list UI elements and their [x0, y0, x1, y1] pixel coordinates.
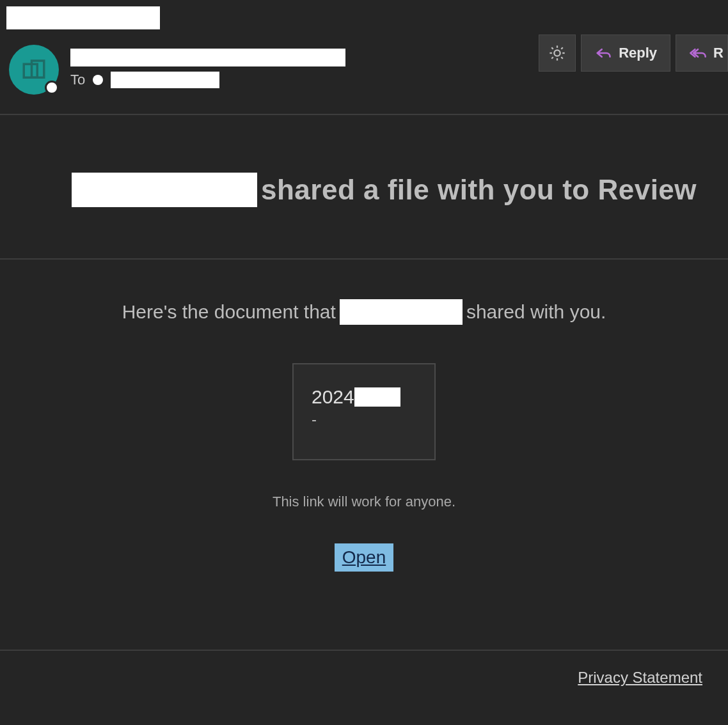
reply-label: Reply: [619, 45, 657, 61]
brightness-button[interactable]: [539, 35, 576, 72]
recipient-redacted: [111, 72, 219, 88]
reply-icon: [594, 44, 612, 62]
svg-line-8: [561, 57, 562, 58]
recipient-presence-icon: [93, 75, 103, 85]
subject-redacted: [6, 6, 160, 29]
svg-line-7: [551, 47, 553, 49]
body-prefix: Here's the document that: [122, 301, 336, 323]
body-section: Here's the document that shared with you…: [0, 260, 728, 610]
action-toolbar: Reply R: [539, 35, 728, 72]
reply-all-button[interactable]: R: [676, 35, 728, 72]
message-header: To: [0, 33, 728, 114]
svg-line-10: [561, 47, 562, 49]
to-line: To: [70, 72, 728, 88]
hero-line: shared a file with you to Review: [26, 173, 702, 207]
open-button[interactable]: Open: [335, 543, 394, 572]
document-name-redacted: [354, 387, 400, 407]
hero-section: shared a file with you to Review: [0, 115, 728, 258]
body-line: Here's the document that shared with you…: [122, 299, 606, 325]
privacy-link[interactable]: Privacy Statement: [578, 669, 702, 686]
document-card[interactable]: 2024 -: [292, 363, 436, 460]
link-scope-note: This link will work for anyone.: [26, 494, 702, 510]
org-icon: [20, 56, 47, 83]
avatar-wrap: [9, 45, 59, 95]
presence-indicator: [45, 81, 59, 95]
document-subline: -: [312, 410, 416, 428]
document-name-line: 2024: [312, 386, 416, 408]
footer: Privacy Statement: [0, 650, 728, 687]
reply-button[interactable]: Reply: [581, 35, 670, 72]
hero-text: shared a file with you to Review: [261, 176, 697, 204]
reply-all-label-partial: R: [713, 45, 724, 61]
to-label: To: [70, 72, 85, 88]
hero-name-redacted: [72, 173, 257, 207]
reply-all-icon: [689, 44, 707, 62]
body-suffix: shared with you.: [466, 301, 606, 323]
sender-name-redacted: [70, 49, 345, 66]
sun-icon: [548, 44, 566, 62]
document-name-prefix: 2024: [312, 386, 354, 408]
svg-line-9: [551, 57, 553, 58]
subject-bar: [0, 0, 728, 33]
body-name-redacted: [340, 299, 463, 325]
svg-point-2: [555, 50, 560, 56]
